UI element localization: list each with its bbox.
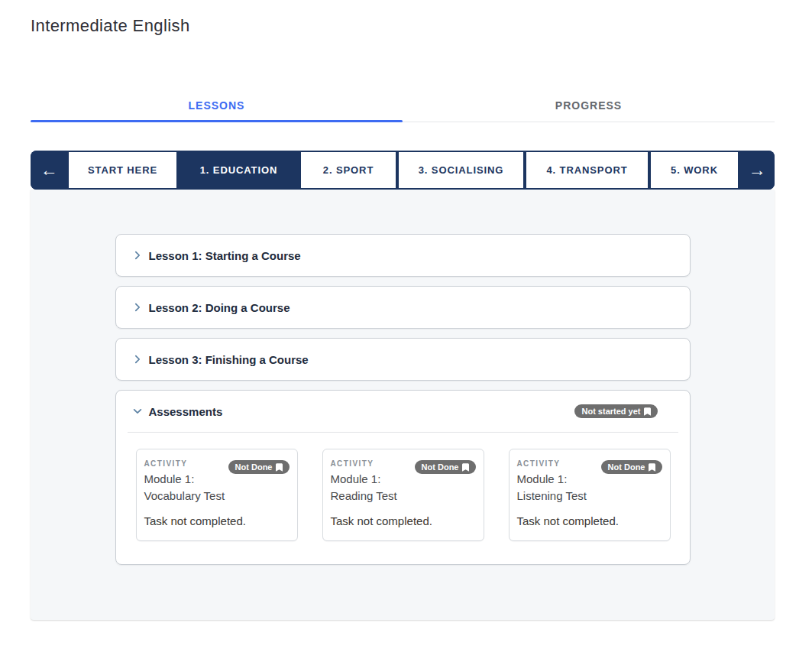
- status-badge: Not started yet: [574, 404, 657, 418]
- tab-lessons[interactable]: LESSONS: [31, 89, 403, 122]
- chevron-right-icon: [132, 250, 143, 261]
- activity-title: Module 1: Reading Test: [331, 471, 476, 504]
- lessons-panel: Lesson 1: Starting a Course Lesson 2: Do…: [31, 190, 775, 620]
- bookmark-icon: [462, 463, 469, 472]
- activity-card-listening-test[interactable]: Not Done ACTIVITY Module 1: Listening Te…: [509, 449, 671, 541]
- activity-card-reading-test[interactable]: Not Done ACTIVITY Module 1: Reading Test…: [322, 449, 484, 541]
- lesson-2-title: Lesson 2: Doing a Course: [149, 301, 290, 314]
- assessments-accordion: Assessments Not started yet Not Done: [115, 390, 691, 565]
- arrow-right-icon: →: [749, 160, 766, 180]
- status-badge: Not Done: [601, 460, 662, 474]
- chevron-right-icon: [132, 354, 143, 365]
- status-badge: Not Done: [415, 460, 476, 474]
- tab-lessons-label: LESSONS: [189, 99, 245, 112]
- tab-progress-label: PROGRESS: [555, 99, 622, 112]
- lesson-3-header[interactable]: Lesson 3: Finishing a Course: [116, 339, 690, 380]
- lesson-accordion-2: Lesson 2: Doing a Course: [115, 286, 691, 329]
- lesson-2-header[interactable]: Lesson 2: Doing a Course: [116, 287, 690, 328]
- assessments-header[interactable]: Assessments Not started yet: [116, 391, 690, 432]
- lesson-accordion-1: Lesson 1: Starting a Course: [115, 234, 691, 277]
- page-title: Intermediate English: [31, 16, 190, 36]
- active-tab-indicator: [31, 120, 403, 122]
- bookmark-icon: [644, 407, 651, 416]
- unit-tab-work[interactable]: 5. WORK: [649, 151, 739, 190]
- view-tab-bar: LESSONS PROGRESS: [31, 89, 775, 122]
- activity-status: Task not completed.: [144, 514, 290, 529]
- unit-tab-sport[interactable]: 2. SPORT: [299, 151, 397, 190]
- activity-status: Task not completed.: [517, 514, 662, 529]
- assessments-body: Not Done ACTIVITY Module 1: Vocabulary T…: [128, 432, 678, 564]
- bookmark-icon: [649, 463, 655, 472]
- lesson-1-title: Lesson 1: Starting a Course: [149, 249, 301, 262]
- prev-unit-button[interactable]: ←: [31, 151, 67, 190]
- lesson-1-header[interactable]: Lesson 1: Starting a Course: [116, 235, 690, 276]
- chevron-right-icon: [132, 302, 143, 313]
- status-badge: Not Done: [228, 460, 290, 474]
- lesson-3-title: Lesson 3: Finishing a Course: [149, 353, 309, 366]
- unit-tab-socialising[interactable]: 3. SOCIALISING: [397, 151, 525, 190]
- tab-progress[interactable]: PROGRESS: [403, 89, 775, 122]
- bookmark-icon: [276, 463, 283, 472]
- activity-card-vocabulary-test[interactable]: Not Done ACTIVITY Module 1: Vocabulary T…: [136, 449, 298, 541]
- unit-tab-education[interactable]: 1. EDUCATION: [178, 151, 299, 190]
- assessments-title: Assessments: [149, 405, 223, 418]
- unit-nav-bar: ← START HERE 1. EDUCATION 2. SPORT 3. SO…: [31, 151, 775, 190]
- unit-tab-transport[interactable]: 4. TRANSPORT: [525, 151, 649, 190]
- lesson-accordion-3: Lesson 3: Finishing a Course: [115, 338, 691, 381]
- activity-title: Module 1: Listening Test: [517, 471, 662, 504]
- course-page: Intermediate English LESSONS PROGRESS ← …: [0, 0, 812, 652]
- activity-status: Task not completed.: [331, 514, 476, 529]
- chevron-down-icon: [132, 406, 143, 417]
- arrow-left-icon: ←: [40, 160, 58, 180]
- activity-title: Module 1: Vocabulary Test: [144, 471, 290, 504]
- unit-tab-start-here[interactable]: START HERE: [67, 151, 178, 190]
- next-unit-button[interactable]: →: [739, 151, 775, 190]
